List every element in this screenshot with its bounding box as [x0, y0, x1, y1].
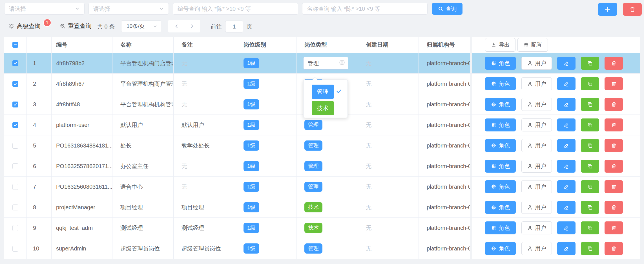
reset-search-button[interactable]: 重置查询 — [60, 22, 92, 30]
copy-button[interactable] — [581, 139, 599, 152]
user-button[interactable]: 用户 — [521, 98, 552, 111]
edit-button[interactable] — [557, 201, 576, 214]
edit-button[interactable] — [557, 139, 576, 152]
copy-button[interactable] — [581, 118, 599, 131]
config-button[interactable]: 配置 — [517, 38, 548, 52]
dropdown-option[interactable]: 管理 — [312, 85, 334, 99]
row-checkbox[interactable] — [12, 184, 18, 190]
filter-select-1[interactable]: 请选择 — [4, 3, 85, 15]
user-button[interactable]: 用户 — [521, 57, 552, 70]
role-button[interactable]: 角色 — [485, 77, 516, 90]
user-button[interactable]: 用户 — [521, 242, 552, 255]
row-checkbox[interactable] — [12, 102, 18, 107]
user-button[interactable]: 用户 — [521, 180, 552, 193]
goto-page-input[interactable] — [225, 21, 243, 32]
row-checkbox[interactable] — [12, 204, 18, 210]
role-button[interactable]: 角色 — [485, 242, 516, 255]
remark-text: 测试经理 — [182, 224, 204, 232]
role-button[interactable]: 角色 — [485, 221, 516, 234]
edit-button[interactable] — [557, 98, 576, 111]
filter-select-2[interactable]: 请选择 — [88, 3, 169, 15]
edit-button[interactable] — [557, 118, 576, 131]
dropdown-option[interactable]: 技术 — [312, 101, 334, 115]
copy-button[interactable] — [581, 160, 599, 173]
delete-button[interactable] — [605, 180, 623, 193]
person-icon — [527, 122, 533, 128]
user-button[interactable]: 用户 — [521, 139, 552, 152]
copy-button[interactable] — [581, 221, 599, 234]
row-checkbox[interactable] — [12, 122, 18, 128]
edit-button[interactable] — [557, 242, 576, 255]
edit-button[interactable] — [557, 160, 576, 173]
clear-icon[interactable] — [339, 59, 345, 66]
row-checkbox[interactable] — [12, 163, 18, 169]
role-button[interactable]: 角色 — [485, 180, 516, 193]
type-badge: 管理 — [304, 182, 322, 192]
row-checkbox[interactable] — [12, 81, 18, 87]
user-button[interactable]: 用户 — [521, 160, 552, 173]
select-all-checkbox[interactable] — [12, 42, 18, 48]
option-check-wrap — [336, 88, 342, 96]
code-search-input[interactable] — [178, 6, 293, 12]
role-button[interactable]: 角色 — [485, 160, 516, 173]
role-button[interactable]: 角色 — [485, 98, 516, 111]
row-remark: 项目经理 — [174, 197, 235, 217]
add-button[interactable] — [598, 3, 617, 16]
search-button[interactable]: 查询 — [432, 3, 462, 15]
page-size-select[interactable]: 10条/页 — [121, 20, 161, 32]
role-button[interactable]: 角色 — [485, 118, 516, 131]
edit-button[interactable] — [557, 57, 576, 70]
person-icon — [527, 81, 533, 87]
delete-button[interactable] — [605, 118, 623, 131]
row-checkbox[interactable] — [12, 60, 18, 66]
copy-button[interactable] — [581, 180, 599, 193]
copy-button[interactable] — [581, 77, 599, 90]
gear-icon — [491, 102, 497, 107]
row-select-cell — [4, 135, 27, 156]
next-page-button[interactable] — [189, 23, 195, 29]
copy-button[interactable] — [581, 201, 599, 214]
row-checkbox[interactable] — [12, 143, 18, 149]
edit-button[interactable] — [557, 77, 576, 90]
row-type: 管理 — [296, 238, 358, 259]
person-icon — [527, 246, 533, 251]
row-created: 无 — [358, 218, 419, 238]
edit-button[interactable] — [557, 180, 576, 193]
fixed-column-divider — [470, 115, 472, 135]
delete-button[interactable] — [605, 139, 623, 152]
user-button[interactable]: 用户 — [521, 201, 552, 214]
delete-button[interactable] — [605, 77, 623, 90]
row-index: 4 — [27, 115, 52, 135]
role-button[interactable]: 角色 — [485, 57, 516, 70]
delete-button[interactable] — [605, 57, 623, 70]
delete-button[interactable] — [605, 221, 623, 234]
user-button[interactable]: 用户 — [521, 77, 552, 90]
user-button[interactable]: 用户 — [521, 118, 552, 131]
chevron-left-icon — [174, 23, 180, 29]
export-button[interactable]: 导出 — [485, 38, 515, 52]
delete-button[interactable] — [605, 242, 623, 255]
delete-button[interactable] — [605, 160, 623, 173]
advanced-search-button[interactable]: 高级查询 1 — [8, 22, 51, 30]
copy-button[interactable] — [581, 57, 599, 70]
row-checkbox[interactable] — [12, 246, 18, 252]
role-button[interactable]: 角色 — [485, 201, 516, 214]
level-badge: 1级 — [244, 120, 259, 130]
trash-icon — [611, 60, 617, 66]
prev-page-button[interactable] — [174, 23, 180, 29]
delete-button[interactable] — [605, 98, 623, 111]
row-code: 4fr8httf48 — [52, 94, 112, 115]
delete-button[interactable] — [605, 201, 623, 214]
row-created: 无 — [358, 156, 419, 176]
copy-button[interactable] — [581, 242, 599, 255]
role-button[interactable]: 角色 — [485, 139, 516, 152]
row-checkbox[interactable] — [12, 225, 18, 231]
user-button[interactable]: 用户 — [521, 221, 552, 234]
header-name: 名称 — [112, 37, 174, 53]
name-search-input[interactable] — [307, 6, 423, 12]
clear-icon-wrap[interactable] — [339, 59, 345, 67]
edit-button[interactable] — [557, 221, 576, 234]
delete-selected-button[interactable] — [623, 3, 642, 16]
type-editor-input[interactable]: 管理 — [303, 57, 348, 70]
copy-button[interactable] — [581, 98, 599, 111]
